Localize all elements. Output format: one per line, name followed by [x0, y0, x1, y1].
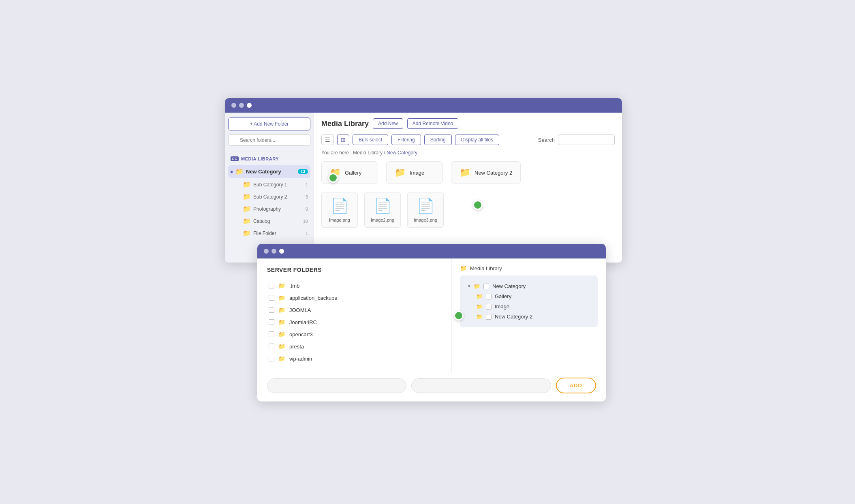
grid-view-button[interactable]: ⊞ — [337, 135, 349, 145]
server-folder-icon: 📁 — [278, 343, 285, 350]
subfolder-count: 10 — [302, 219, 308, 224]
file-name: Image2.png — [371, 218, 394, 222]
folder-card-new-category-2[interactable]: 📁 New Category 2 — [451, 161, 521, 184]
titlebar-dot-1 — [264, 249, 269, 254]
server-folder-icon: 📁 — [278, 355, 285, 362]
folder-icon: 📁 — [235, 168, 244, 175]
titlebar-dot-2 — [271, 249, 276, 254]
add-button[interactable]: ADD — [556, 378, 596, 393]
server-folder-name: presta — [289, 344, 304, 350]
tree-panel: ▾ 📁 New Category 📁 Gallery 📁 Image — [460, 275, 598, 327]
toolbar: ☰ ⊞ Bulk select Filtering Sorting Displa… — [321, 135, 615, 145]
folder-card-image[interactable]: 📁 Image — [386, 161, 443, 184]
server-titlebar — [257, 244, 606, 258]
server-folder-icon: 📁 — [278, 319, 285, 325]
add-folder-button[interactable]: + Add New Folder — [228, 117, 310, 130]
bulk-select-button[interactable]: Bulk select — [353, 135, 388, 145]
server-item-joomla[interactable]: 📁 JOOMLA — [267, 304, 442, 316]
content-header: Media Library Add New Add Remote Video — [321, 118, 615, 129]
sidebar: + Add New Folder 🔍 CC MEDIA LIBRARY ▶ 📁 … — [225, 113, 314, 263]
file-card-image3[interactable]: 📄 Image3.png — [407, 192, 444, 228]
list-view-button[interactable]: ☰ — [321, 135, 334, 145]
filtering-button[interactable]: Filtering — [391, 135, 421, 145]
server-item-presta[interactable]: 📁 presta — [267, 340, 442, 352]
tree-item-image[interactable]: 📁 Image — [466, 301, 591, 312]
server-checkbox[interactable] — [269, 331, 274, 337]
file-name: Image3.png — [414, 218, 437, 222]
tree-item-new-category-2[interactable]: 📁 New Category 2 — [466, 312, 591, 322]
titlebar — [225, 98, 622, 113]
window-body: + Add New Folder 🔍 CC MEDIA LIBRARY ▶ 📁 … — [225, 113, 622, 263]
add-remote-video-button[interactable]: Add Remote Video — [407, 118, 459, 129]
tree-folder-icon: 📁 — [476, 293, 483, 299]
subfolder-icon: 📁 — [243, 193, 251, 201]
breadcrumb-prefix: You are here : — [321, 150, 352, 156]
green-dot-3 — [454, 311, 464, 320]
tree-checkbox[interactable] — [486, 304, 492, 310]
tree-root-item[interactable]: ▾ 📁 New Category — [466, 281, 591, 291]
server-right-panel: 📁 Media Library ▾ 📁 New Category 📁 Galle… — [452, 258, 606, 373]
search-folders-input[interactable] — [228, 135, 310, 146]
tree-folder-icon: 📁 — [476, 303, 483, 310]
server-folder-name: .tmb — [289, 283, 299, 289]
breadcrumb-library[interactable]: Media Library — [353, 150, 383, 156]
server-item-wp-admin[interactable]: 📁 wp-admin — [267, 352, 442, 365]
files-grid: 📄 Image.png 📄 Image2.png 📄 Image3.png — [321, 192, 615, 228]
tree-item-gallery[interactable]: 📁 Gallery — [466, 291, 591, 301]
tree-checkbox[interactable] — [483, 284, 489, 289]
search-wrapper: 🔍 — [228, 135, 310, 151]
folder-tree: ▶ 📁 New Category 13 📁 Sub Category 1 1 📁 — [228, 165, 310, 239]
media-library-text: Media Library — [470, 265, 502, 271]
server-folder-name: Joomla4RC — [289, 319, 317, 325]
tree-chevron-icon: ▾ — [468, 284, 470, 289]
server-checkbox[interactable] — [269, 283, 274, 288]
subfolder-file-folder[interactable]: 📁 File Folder 1 — [240, 227, 310, 239]
green-dot-1 — [328, 173, 338, 183]
main-window: + Add New Folder 🔍 CC MEDIA LIBRARY ▶ 📁 … — [225, 98, 622, 263]
add-new-button[interactable]: Add New — [373, 118, 403, 129]
subfolder-photography[interactable]: 📁 Photography 0 — [240, 203, 310, 215]
folder-card-icon: 📁 — [460, 167, 470, 178]
folder-name: New Category — [246, 169, 298, 175]
subfolder-sub-category-2[interactable]: 📁 Sub Category 2 3 — [240, 191, 310, 203]
media-library-label: CC MEDIA LIBRARY — [228, 155, 310, 163]
add-input-2[interactable] — [411, 378, 551, 393]
folder-card-name: Image — [410, 170, 424, 176]
server-checkbox[interactable] — [269, 344, 274, 349]
subfolder-icon: 📁 — [243, 229, 251, 237]
tree-checkbox[interactable] — [486, 314, 492, 320]
display-all-button[interactable]: Display all files — [455, 135, 499, 145]
file-card-image2[interactable]: 📄 Image2.png — [364, 192, 401, 228]
server-item-opencart3[interactable]: 📁 opencart3 — [267, 328, 442, 340]
server-checkbox[interactable] — [269, 295, 274, 301]
server-item-tmb[interactable]: 📁 .tmb — [267, 280, 442, 292]
file-icon: 📄 — [374, 197, 392, 214]
folders-grid: 📁 Gallery 📁 Image 📁 New Category 2 — [321, 161, 615, 184]
titlebar-dot-1 — [231, 103, 236, 108]
search-input[interactable] — [558, 135, 615, 145]
sorting-button[interactable]: Sorting — [424, 135, 452, 145]
server-folder-icon: 📁 — [278, 307, 285, 313]
new-category-folder[interactable]: ▶ 📁 New Category 13 — [228, 165, 310, 178]
server-checkbox[interactable] — [269, 319, 274, 325]
subfolder-catalog[interactable]: 📁 Catalog 10 — [240, 215, 310, 227]
server-folders-title: SERVER FOLDERS — [267, 267, 442, 273]
subfolder-sub-category-1[interactable]: 📁 Sub Category 1 1 — [240, 179, 310, 190]
subfolder-count: 3 — [302, 194, 308, 199]
server-folder-name: opencart3 — [289, 331, 313, 337]
tree-checkbox[interactable] — [486, 294, 492, 299]
add-input[interactable] — [267, 378, 406, 393]
server-checkbox[interactable] — [269, 356, 274, 361]
titlebar-dot-3 — [279, 249, 284, 254]
green-dot-2 — [473, 200, 483, 210]
server-checkbox[interactable] — [269, 307, 274, 313]
server-folder-name: application_backups — [289, 295, 337, 301]
subfolder-name: Photography — [253, 206, 302, 212]
server-item-app-backups[interactable]: 📁 application_backups — [267, 292, 442, 304]
media-library-row: 📁 Media Library — [460, 265, 598, 271]
titlebar-dot-3 — [247, 103, 252, 108]
file-card-image1[interactable]: 📄 Image.png — [321, 192, 358, 228]
breadcrumb-current: New Category — [387, 150, 417, 156]
server-folder-name: wp-admin — [289, 356, 312, 362]
server-item-joomla4rc[interactable]: 📁 Joomla4RC — [267, 316, 442, 328]
